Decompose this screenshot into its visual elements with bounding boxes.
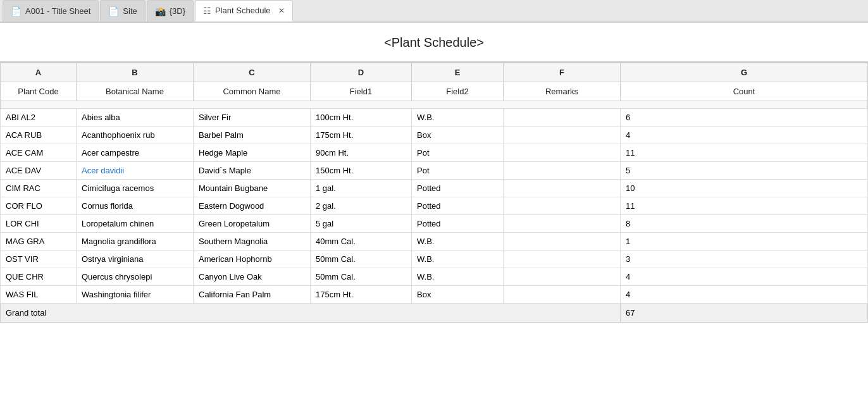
plant-code: ACE DAV xyxy=(1,162,77,180)
botanical-name: Abies alba xyxy=(77,109,194,127)
remarks xyxy=(504,197,621,215)
col-name-a: Plant Code xyxy=(1,82,77,101)
col-letter-e: E xyxy=(412,63,504,82)
field2: Potted xyxy=(412,197,504,215)
remarks xyxy=(504,109,621,127)
field2: W.B. xyxy=(412,268,504,286)
count: 10 xyxy=(621,180,868,197)
count: 11 xyxy=(621,197,868,215)
table-row: ACA RUB Acanthophoenix rub Barbel Palm 1… xyxy=(1,127,868,144)
botanical-name: Washingtonia filifer xyxy=(77,286,194,304)
tab-a001-icon: 📄 xyxy=(11,6,22,16)
field1: 1 gal. xyxy=(311,180,412,197)
field2: Box xyxy=(412,286,504,304)
remarks xyxy=(504,233,621,251)
schedule-table: A B C D E F G Plant Code Botanical Name … xyxy=(0,63,868,323)
grand-total-label: Grand total xyxy=(1,304,621,323)
col-name-e: Field2 xyxy=(412,82,504,101)
remarks xyxy=(504,162,621,180)
field1: 50mm Cal. xyxy=(311,268,412,286)
common-name: Hedge Maple xyxy=(194,144,311,162)
botanical-name: Quercus chrysolepi xyxy=(77,268,194,286)
remarks xyxy=(504,286,621,304)
table-row: ACE CAM Acer campestre Hedge Maple 90cm … xyxy=(1,144,868,162)
table-row: WAS FIL Washingtonia filifer California … xyxy=(1,286,868,304)
count: 6 xyxy=(621,109,868,127)
botanical-name: Ostrya virginiana xyxy=(77,251,194,268)
field2: W.B. xyxy=(412,233,504,251)
botanical-name: Loropetalum chinen xyxy=(77,215,194,233)
remarks xyxy=(504,180,621,197)
field2: Pot xyxy=(412,144,504,162)
count: 1 xyxy=(621,233,868,251)
column-name-row: Plant Code Botanical Name Common Name Fi… xyxy=(1,82,868,101)
common-name: Eastern Dogwood xyxy=(194,197,311,215)
remarks xyxy=(504,127,621,144)
common-name: Silver Fir xyxy=(194,109,311,127)
plant-code: ACA RUB xyxy=(1,127,77,144)
field1: 175cm Ht. xyxy=(311,127,412,144)
tab-plant-schedule-icon: ☷ xyxy=(203,6,211,16)
tab-a001[interactable]: 📄 A001 - Title Sheet xyxy=(3,0,99,22)
botanical-name: Acer campestre xyxy=(77,144,194,162)
tab-a001-label: A001 - Title Sheet xyxy=(25,6,90,16)
field2: Box xyxy=(412,127,504,144)
field1: 40mm Cal. xyxy=(311,233,412,251)
table-row: COR FLO Cornus florida Eastern Dogwood 2… xyxy=(1,197,868,215)
table-row: ABI AL2 Abies alba Silver Fir 100cm Ht. … xyxy=(1,109,868,127)
plant-code: CIM RAC xyxy=(1,180,77,197)
table-row: QUE CHR Quercus chrysolepi Canyon Live O… xyxy=(1,268,868,286)
col-letter-b: B xyxy=(77,63,194,82)
common-name: Barbel Palm xyxy=(194,127,311,144)
schedule-title: <Plant Schedule> xyxy=(0,23,868,63)
col-letter-a: A xyxy=(1,63,77,82)
remarks xyxy=(504,215,621,233)
botanical-name: Magnolia grandiflora xyxy=(77,233,194,251)
separator-row xyxy=(1,101,868,109)
plant-code: LOR CHI xyxy=(1,215,77,233)
col-letter-g: G xyxy=(621,63,868,82)
plant-code: OST VIR xyxy=(1,251,77,268)
count: 3 xyxy=(621,251,868,268)
common-name: Green Loropetalum xyxy=(194,215,311,233)
remarks xyxy=(504,144,621,162)
tab-bar: 📄 A001 - Title Sheet 📄 Site 📸 {3D} ☷ Pla… xyxy=(0,0,868,23)
common-name: California Fan Palm xyxy=(194,286,311,304)
tab-site-label: Site xyxy=(123,6,137,16)
botanical-name: Acer davidii xyxy=(77,162,194,180)
table-row: ACE DAV Acer davidii David`s Maple 150cm… xyxy=(1,162,868,180)
botanical-name: Acanthophoenix rub xyxy=(77,127,194,144)
field2: Potted xyxy=(412,180,504,197)
tab-3d-label: {3D} xyxy=(170,6,185,16)
column-letter-row: A B C D E F G xyxy=(1,63,868,82)
tab-3d-icon: 📸 xyxy=(155,6,166,16)
col-name-c: Common Name xyxy=(194,82,311,101)
tab-plant-schedule-label: Plant Schedule xyxy=(215,6,270,15)
main-content: <Plant Schedule> A B C D E F G xyxy=(0,23,868,396)
count: 4 xyxy=(621,268,868,286)
common-name: Southern Magnolia xyxy=(194,233,311,251)
tab-plant-schedule[interactable]: ☷ Plant Schedule ✕ xyxy=(195,0,292,22)
field1: 150cm Ht. xyxy=(311,162,412,180)
count: 4 xyxy=(621,127,868,144)
tab-3d[interactable]: 📸 {3D} xyxy=(147,0,194,22)
field1: 2 gal. xyxy=(311,197,412,215)
common-name: Mountain Bugbane xyxy=(194,180,311,197)
plant-code: ABI AL2 xyxy=(1,109,77,127)
tab-plant-schedule-close[interactable]: ✕ xyxy=(278,6,285,15)
grand-total-count: 67 xyxy=(621,304,868,323)
tab-site[interactable]: 📄 Site xyxy=(100,0,145,22)
field1: 100cm Ht. xyxy=(311,109,412,127)
count: 4 xyxy=(621,286,868,304)
col-name-d: Field1 xyxy=(311,82,412,101)
remarks xyxy=(504,268,621,286)
table-row: LOR CHI Loropetalum chinen Green Loropet… xyxy=(1,215,868,233)
table-row: CIM RAC Cimicifuga racemos Mountain Bugb… xyxy=(1,180,868,197)
field2: W.B. xyxy=(412,109,504,127)
count: 11 xyxy=(621,144,868,162)
table-row: MAG GRA Magnolia grandiflora Southern Ma… xyxy=(1,233,868,251)
common-name: American Hophornb xyxy=(194,251,311,268)
field1: 90cm Ht. xyxy=(311,144,412,162)
table-row: OST VIR Ostrya virginiana American Hopho… xyxy=(1,251,868,268)
count: 5 xyxy=(621,162,868,180)
